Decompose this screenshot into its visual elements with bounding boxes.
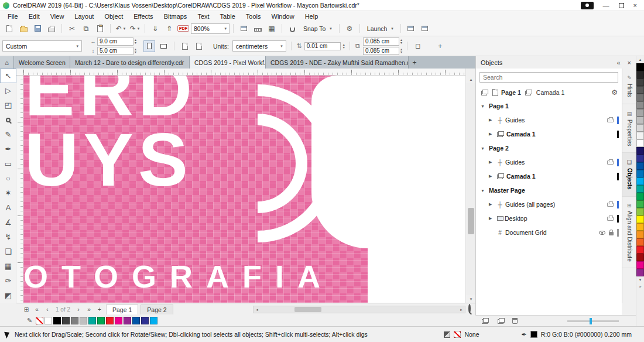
color-swatch[interactable] <box>44 317 52 324</box>
docker-close-button[interactable]: × <box>628 59 631 66</box>
menu-edit[interactable]: Edit <box>23 13 45 20</box>
palette-swatch[interactable] <box>636 63 644 71</box>
tab-march-12[interactable]: March 12 - Dare to design differently.cd… <box>70 56 190 69</box>
scroll-left-button[interactable]: ◂ <box>254 306 261 313</box>
chevron-down-icon[interactable]: ▾ <box>280 44 283 49</box>
crop-tool[interactable]: ◰ <box>0 98 16 112</box>
nudge-spinner[interactable]: ▴▾ <box>343 43 345 49</box>
menu-help[interactable]: Help <box>300 13 324 20</box>
docker-collapse-button[interactable]: « <box>616 59 620 66</box>
palette-swatch[interactable] <box>636 246 644 254</box>
docker-tab-objects[interactable]: ❏ Objects <box>622 153 636 197</box>
palette-swatch[interactable] <box>636 254 644 261</box>
palette-scroll-up-icon[interactable]: ▴ <box>639 56 642 63</box>
tree-row-guides-all-pages[interactable]: ▶ ┼ Guides (all pages) <box>476 197 622 211</box>
expand-arrow-icon[interactable]: ▶ <box>489 216 496 221</box>
layer-color-bar[interactable] <box>617 159 619 166</box>
page-height-field[interactable]: 5.0 cm <box>97 47 133 55</box>
minimize-button[interactable]: — <box>603 2 609 9</box>
copy-button[interactable]: ⧉ <box>80 23 93 35</box>
color-swatch[interactable] <box>88 317 96 324</box>
printable-icon[interactable] <box>607 118 614 122</box>
layer-color-bar[interactable] <box>617 131 619 138</box>
docker-tab-hints[interactable]: ✎ Hints <box>622 69 636 104</box>
color-swatch[interactable] <box>80 317 87 324</box>
search-input[interactable] <box>483 74 615 81</box>
polygon-tool[interactable]: ✶ <box>0 186 16 200</box>
outline-status[interactable]: ✒ R:0 G:0 B:0 (#000000) 0.200 mm <box>522 331 632 338</box>
palette-swatch[interactable] <box>636 208 644 216</box>
menu-text[interactable]: Text <box>192 13 214 20</box>
expand-arrow-icon[interactable]: ▶ <box>489 118 496 122</box>
delete-layer-button[interactable] <box>512 318 518 324</box>
palette-eyedropper-icon[interactable]: ✎ <box>27 317 32 324</box>
page-tab-1[interactable]: Page 1 <box>106 305 138 314</box>
tab-welcome-screen[interactable]: Welcome Screen <box>14 56 70 69</box>
palette-swatch[interactable] <box>636 261 644 269</box>
redo-button[interactable]: ↷▾ <box>128 23 141 35</box>
nudge-field[interactable]: 0.01 cm <box>304 42 341 50</box>
palette-swatch[interactable] <box>636 78 644 86</box>
palette-swatch[interactable] <box>636 109 644 117</box>
publish-pdf-button[interactable]: PDF <box>177 23 190 35</box>
zoom-fit-button[interactable] <box>468 305 471 312</box>
connector-tool[interactable]: ↯ <box>0 230 16 244</box>
add-page-button[interactable]: + <box>95 306 104 313</box>
vertical-ruler[interactable] <box>16 76 23 303</box>
tree-row-document-grid[interactable]: # Document Grid <box>476 225 622 240</box>
color-swatch[interactable] <box>106 317 114 324</box>
printable-icon[interactable] <box>607 203 614 207</box>
transparency-tool[interactable]: ▦ <box>0 259 16 273</box>
search-box[interactable] <box>479 72 618 83</box>
tree-row-guides-1[interactable]: ▶ ┼ Guides <box>476 113 622 127</box>
horizontal-scrollbar[interactable]: ◂ ▸ <box>253 306 465 313</box>
rectangle-tool[interactable]: ▭ <box>0 156 16 171</box>
palette-swatch[interactable] <box>636 132 644 139</box>
tree-row-master-page[interactable]: ▼ Master Page <box>476 183 622 197</box>
pick-tool[interactable]: ↖ <box>0 69 16 83</box>
palette-swatch[interactable] <box>636 223 644 231</box>
vertical-scrollbar[interactable]: ▴ ▾ <box>465 69 475 303</box>
palette-swatch[interactable] <box>636 177 644 185</box>
landscape-button[interactable] <box>157 40 169 52</box>
canvas[interactable]: ERD UYS OTOGRAFIA <box>23 76 465 303</box>
next-page-button[interactable]: › <box>74 306 83 313</box>
current-page-button[interactable] <box>193 40 205 52</box>
chevron-down-icon[interactable]: ▾ <box>330 26 332 31</box>
menu-table[interactable]: Table <box>215 13 241 20</box>
palette-flyout-icon[interactable]: » <box>639 283 642 290</box>
palette-swatch[interactable] <box>636 231 644 238</box>
tree-row-guides-2[interactable]: ▶ ┼ Guides <box>476 155 622 169</box>
palette-swatch[interactable] <box>636 124 644 132</box>
units-combo[interactable]: centimeters ▾ <box>232 40 286 52</box>
launch-dropdown[interactable]: Launch ▾ <box>364 25 397 32</box>
color-swatch[interactable] <box>53 317 61 324</box>
ellipse-tool[interactable]: ○ <box>0 171 16 186</box>
print-button[interactable] <box>45 23 58 35</box>
duplicate-x-field[interactable]: 0.085 cm <box>363 37 399 46</box>
save-button[interactable] <box>31 23 44 35</box>
color-swatch[interactable] <box>71 317 78 324</box>
portrait-button[interactable] <box>143 40 155 52</box>
chevron-down-icon[interactable]: ▾ <box>391 26 393 31</box>
collapse-arrow-icon[interactable]: ▼ <box>481 189 488 193</box>
close-button[interactable]: × <box>633 2 637 9</box>
layer-color-bar[interactable] <box>617 201 619 208</box>
horizontal-scroll-thumb[interactable] <box>294 307 321 312</box>
zoom-level-combo[interactable]: 800% ▾ <box>191 23 229 34</box>
paste-button[interactable] <box>94 23 107 35</box>
tab-pixel-workflow-active[interactable]: CDGS 2019 - Pixel Workf..* <box>190 56 266 69</box>
sign-in-icon[interactable] <box>581 2 594 9</box>
printable-icon[interactable] <box>607 160 614 165</box>
no-color-swatch[interactable] <box>36 317 43 324</box>
scroll-right-button[interactable]: ▸ <box>458 306 465 313</box>
title-bar[interactable]: CorelDRAW 2019 (64-Bit) - C:\Users\Klaus… <box>0 0 644 11</box>
expand-arrow-icon[interactable]: ▶ <box>489 160 496 165</box>
palette-swatch[interactable] <box>636 170 644 177</box>
color-swatch[interactable] <box>97 317 105 324</box>
treat-as-filled-button[interactable]: ◻ <box>412 40 424 52</box>
layer-color-bar[interactable] <box>617 117 619 124</box>
palette-swatch[interactable] <box>636 101 644 109</box>
color-swatch[interactable] <box>115 317 122 324</box>
palette-swatch[interactable] <box>636 238 644 246</box>
